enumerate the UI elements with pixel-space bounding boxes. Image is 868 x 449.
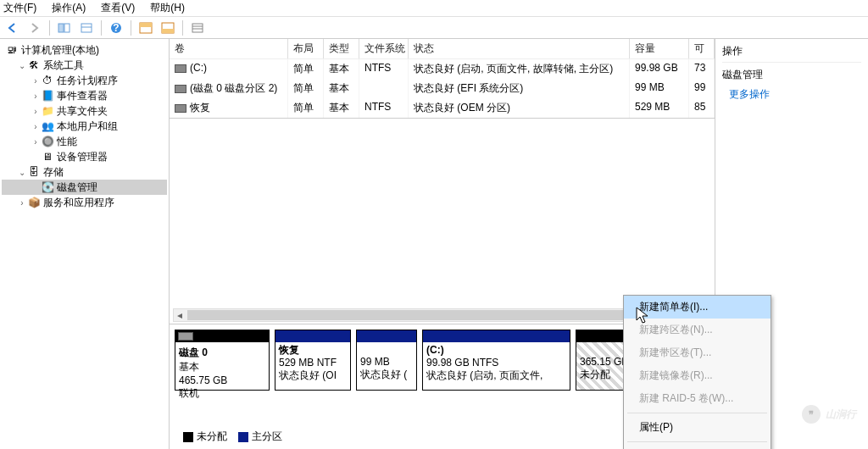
expand-icon[interactable]: › [31, 122, 41, 131]
cell: 99.98 GB [630, 59, 689, 79]
expand-icon[interactable]: › [31, 137, 41, 147]
event-icon: 📘 [41, 89, 54, 103]
cell: 状态良好 (OEM 分区) [409, 98, 630, 118]
watermark: ❞山涧行 [802, 405, 856, 424]
col-layout[interactable]: 布局 [288, 39, 324, 58]
cell: NTFS [359, 59, 409, 79]
tree-device-manager[interactable]: 🖥设备管理器 [2, 149, 167, 164]
more-actions-link[interactable]: 更多操作 [729, 87, 861, 102]
cell: 恢复 [190, 102, 210, 114]
col-available[interactable]: 可 [689, 39, 715, 58]
help-icon[interactable]: ? [107, 19, 125, 37]
menu-action[interactable]: 操作(A) [52, 1, 86, 15]
layout-bottom-icon[interactable] [159, 19, 177, 37]
menu-bar: 文件(F) 操作(A) 查看(V) 帮助(H) [0, 0, 868, 17]
context-menu: 新建简单卷(I)... 新建跨区卷(N)... 新建带区卷(T)... 新建镜像… [623, 295, 771, 449]
partition-line: 状态良好 ( [360, 369, 407, 380]
back-button[interactable] [3, 19, 22, 37]
partition-line: 99 MB [360, 356, 390, 368]
expand-icon[interactable]: › [31, 107, 41, 116]
separator [131, 20, 131, 36]
tree-label: 存储 [43, 165, 64, 180]
tree-event-viewer[interactable]: ›📘事件查看器 [2, 88, 167, 103]
col-volume[interactable]: 卷 [170, 39, 288, 58]
cell [359, 79, 409, 98]
nav-tree[interactable]: 🖳计算机管理(本地) ⌄🛠系统工具 ›⏱任务计划程序 ›📘事件查看器 ›📁共享文… [0, 39, 170, 449]
partition-recovery[interactable]: 恢复529 MB NTF状态良好 (OI [275, 330, 351, 391]
volume-list[interactable]: 卷 布局 类型 文件系统 状态 容量 可 (C:) 简单 基本 NTFS 状态良… [170, 39, 715, 119]
svg-rect-7 [140, 23, 152, 27]
partition-line: 529 MB NTF [279, 357, 337, 369]
actions-title: 操作 [722, 44, 861, 63]
partition-line: 365.15 GB [580, 356, 628, 368]
cell: 73 [689, 59, 715, 79]
watermark-text: 山涧行 [826, 407, 856, 422]
partition-line: 状态良好 (OI [279, 369, 337, 381]
volume-row[interactable]: 恢复 简单 基本 NTFS 状态良好 (OEM 分区) 529 MB 85 [170, 98, 715, 118]
scrollbar-thumb[interactable] [187, 310, 697, 320]
tree-task-scheduler[interactable]: ›⏱任务计划程序 [2, 73, 167, 88]
tree-label: 事件查看器 [57, 89, 108, 103]
volume-icon [175, 104, 186, 113]
volume-row[interactable]: (C:) 简单 基本 NTFS 状态良好 (启动, 页面文件, 故障转储, 主分… [170, 59, 715, 79]
actions-group[interactable]: 磁盘管理 [722, 68, 861, 82]
cell: 简单 [288, 98, 324, 118]
tools-icon: 🛠 [27, 58, 41, 72]
layout-top-icon[interactable] [136, 19, 155, 37]
show-hide-icon[interactable] [55, 19, 74, 37]
legend-label: 主分区 [252, 430, 282, 442]
expand-icon[interactable]: › [31, 76, 41, 86]
disk-info-bar [175, 330, 269, 342]
disk-info[interactable]: 磁盘 0 基本 465.75 GB 联机 [175, 330, 270, 391]
collapse-icon[interactable]: ⌄ [17, 61, 27, 70]
tree-system-tools[interactable]: ⌄🛠系统工具 [2, 58, 167, 73]
svg-text:?: ? [113, 22, 119, 34]
menu-file[interactable]: 文件(F) [3, 1, 36, 15]
cell: (磁盘 0 磁盘分区 2) [190, 82, 277, 94]
tree-root[interactable]: 🖳计算机管理(本地) [2, 42, 167, 58]
tree-local-users[interactable]: ›👥本地用户和组 [2, 119, 167, 134]
cell: 简单 [288, 59, 324, 79]
settings-icon[interactable] [188, 19, 207, 37]
volume-row[interactable]: (磁盘 0 磁盘分区 2) 简单 基本 状态良好 (EFI 系统分区) 99 M… [170, 79, 715, 98]
menu-help[interactable]: 帮助(H) [150, 1, 185, 15]
volume-icon [175, 64, 186, 73]
menu-properties[interactable]: 属性(P) [624, 416, 771, 439]
menu-new-spanned-volume: 新建跨区卷(N)... [624, 319, 771, 341]
disk-type: 基本 [179, 361, 199, 373]
menu-help[interactable]: 帮助(H) [624, 445, 771, 449]
cell: 状态良好 (启动, 页面文件, 故障转储, 主分区) [409, 59, 630, 79]
partition-efi[interactable]: 99 MB状态良好 ( [356, 330, 417, 391]
tree-label: 设备管理器 [57, 150, 108, 164]
svg-rect-9 [162, 29, 174, 33]
col-status[interactable]: 状态 [409, 39, 630, 58]
computer-icon: 🖳 [5, 43, 19, 57]
services-icon: 📦 [27, 196, 41, 209]
expand-icon[interactable]: › [17, 198, 27, 208]
col-capacity[interactable]: 容量 [630, 39, 689, 58]
col-type[interactable]: 类型 [324, 39, 359, 58]
tree-disk-management[interactable]: 💽磁盘管理 [2, 180, 167, 195]
expand-icon[interactable]: › [31, 91, 41, 101]
svg-rect-2 [81, 24, 92, 32]
legend-swatch-unallocated [183, 432, 193, 442]
menu-new-simple-volume[interactable]: 新建简单卷(I)... [624, 296, 771, 319]
svg-rect-1 [64, 24, 70, 32]
tree-services-apps[interactable]: ›📦服务和应用程序 [2, 195, 167, 210]
partition-bar [423, 330, 570, 342]
collapse-icon[interactable]: ⌄ [17, 168, 27, 177]
partition-c[interactable]: (C:)99.98 GB NTFS状态良好 (启动, 页面文件, [422, 330, 570, 391]
tree-performance[interactable]: ›🔘性能 [2, 134, 167, 149]
tree-label: 本地用户和组 [57, 119, 118, 134]
wechat-icon: ❞ [802, 405, 821, 424]
view-icon[interactable] [77, 19, 96, 37]
tree-storage[interactable]: ⌄🗄存储 [2, 164, 167, 180]
tree-label: 磁盘管理 [57, 180, 97, 195]
scroll-left-icon[interactable]: ◂ [174, 309, 186, 321]
tree-shared-folders[interactable]: ›📁共享文件夹 [2, 103, 167, 119]
cell: 状态良好 (EFI 系统分区) [409, 79, 630, 98]
disk-icon: 💽 [41, 180, 54, 194]
menu-view[interactable]: 查看(V) [101, 1, 135, 15]
col-filesystem[interactable]: 文件系统 [359, 39, 409, 58]
forward-button[interactable] [25, 19, 44, 37]
